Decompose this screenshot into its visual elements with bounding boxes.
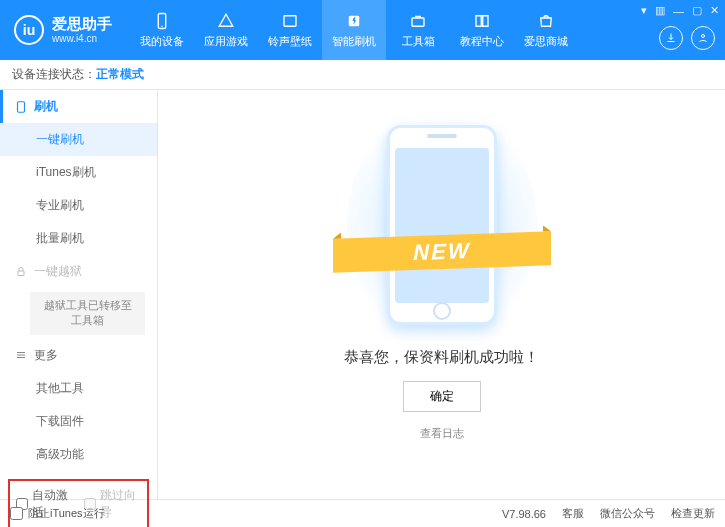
- skin-icon[interactable]: ▥: [655, 4, 665, 17]
- nav-label: 工具箱: [402, 34, 435, 49]
- nav-label: 智能刷机: [332, 34, 376, 49]
- nav-ringtone[interactable]: 铃声壁纸: [258, 0, 322, 60]
- maximize-icon[interactable]: ▢: [692, 4, 702, 17]
- sidebar-item-downloadfw[interactable]: 下载固件: [0, 405, 157, 438]
- sidebar-section-jailbreak: 一键越狱: [0, 255, 157, 288]
- nav-label: 爱思商城: [524, 34, 568, 49]
- view-log-link[interactable]: 查看日志: [420, 426, 464, 441]
- sidebar-item-batchflash[interactable]: 批量刷机: [0, 222, 157, 255]
- sidebar-section-more[interactable]: 更多: [0, 339, 157, 372]
- footer-link-wechat[interactable]: 微信公众号: [600, 506, 655, 521]
- nav-apps[interactable]: 应用游戏: [194, 0, 258, 60]
- status-label: 设备连接状态：: [12, 66, 96, 83]
- sidebar-item-othertools[interactable]: 其他工具: [0, 372, 157, 405]
- minimize-icon[interactable]: —: [673, 5, 684, 17]
- success-message: 恭喜您，保资料刷机成功啦！: [344, 348, 539, 367]
- svg-point-1: [161, 26, 163, 28]
- book-icon: [472, 11, 492, 31]
- block-itunes-checkbox[interactable]: [10, 507, 23, 520]
- nav-store[interactable]: 爱思商城: [514, 0, 578, 60]
- app-url: www.i4.cn: [52, 33, 112, 45]
- sidebar-item-quickflash[interactable]: 一键刷机: [0, 123, 157, 156]
- close-icon[interactable]: ✕: [710, 4, 719, 17]
- jailbreak-note: 越狱工具已转移至 工具箱: [30, 292, 145, 335]
- svg-point-5: [702, 35, 705, 38]
- download-button[interactable]: [659, 26, 683, 50]
- app-icon: [216, 11, 236, 31]
- main-content: NEW 恭喜您，保资料刷机成功啦！ 确定 查看日志: [158, 90, 725, 499]
- sidebar-item-itunesflash[interactable]: iTunes刷机: [0, 156, 157, 189]
- window-controls: ▾ ▥ — ▢ ✕: [641, 4, 719, 17]
- nav-toolbox[interactable]: 工具箱: [386, 0, 450, 60]
- store-icon: [536, 11, 556, 31]
- ok-button[interactable]: 确定: [403, 381, 481, 412]
- logo: iu 爱思助手 www.i4.cn: [14, 15, 112, 45]
- logo-icon: iu: [14, 15, 44, 45]
- new-badge: NEW: [333, 225, 551, 275]
- sidebar-item-proflash[interactable]: 专业刷机: [0, 189, 157, 222]
- body: 刷机 一键刷机 iTunes刷机 专业刷机 批量刷机 一键越狱 越狱工具已转移至…: [0, 90, 725, 499]
- badge-text: NEW: [413, 238, 470, 266]
- svg-rect-2: [284, 16, 296, 27]
- svg-rect-4: [412, 18, 424, 26]
- nav-label: 应用游戏: [204, 34, 248, 49]
- dropdown-icon[interactable]: ▾: [641, 4, 647, 17]
- checkbox-label: 跳过向导: [100, 487, 142, 521]
- sidebar-item-advanced[interactable]: 高级功能: [0, 438, 157, 471]
- version-label: V7.98.66: [502, 508, 546, 520]
- svg-rect-6: [18, 101, 25, 112]
- status-value: 正常模式: [96, 66, 144, 83]
- image-icon: [280, 11, 300, 31]
- menu-icon: [14, 348, 28, 362]
- block-itunes-label: 阻止iTunes运行: [28, 506, 105, 521]
- success-illustration: NEW: [367, 120, 517, 330]
- sidebar: 刷机 一键刷机 iTunes刷机 专业刷机 批量刷机 一键越狱 越狱工具已转移至…: [0, 90, 158, 499]
- header-actions: [659, 26, 715, 50]
- flash-icon: [14, 100, 28, 114]
- footer-link-support[interactable]: 客服: [562, 506, 584, 521]
- sidebar-section-label: 一键越狱: [34, 263, 82, 280]
- phone-icon: [152, 11, 172, 31]
- sidebar-section-label: 更多: [34, 347, 58, 364]
- nav-label: 我的设备: [140, 34, 184, 49]
- nav-tutorial[interactable]: 教程中心: [450, 0, 514, 60]
- user-button[interactable]: [691, 26, 715, 50]
- sidebar-section-label: 刷机: [34, 98, 58, 115]
- footer-link-update[interactable]: 检查更新: [671, 506, 715, 521]
- sidebar-section-flash[interactable]: 刷机: [0, 90, 157, 123]
- app-header: iu 爱思助手 www.i4.cn 我的设备 应用游戏 铃声壁纸 智能刷机 工具…: [0, 0, 725, 60]
- nav-label: 铃声壁纸: [268, 34, 312, 49]
- svg-rect-7: [18, 271, 24, 276]
- nav-label: 教程中心: [460, 34, 504, 49]
- status-bar: 设备连接状态： 正常模式: [0, 60, 725, 90]
- toolbox-icon: [408, 11, 428, 31]
- flash-icon: [344, 11, 364, 31]
- app-title: 爱思助手: [52, 15, 112, 33]
- lock-icon: [14, 265, 28, 279]
- main-nav: 我的设备 应用游戏 铃声壁纸 智能刷机 工具箱 教程中心 爱思商城: [130, 0, 578, 60]
- nav-my-device[interactable]: 我的设备: [130, 0, 194, 60]
- nav-flash[interactable]: 智能刷机: [322, 0, 386, 60]
